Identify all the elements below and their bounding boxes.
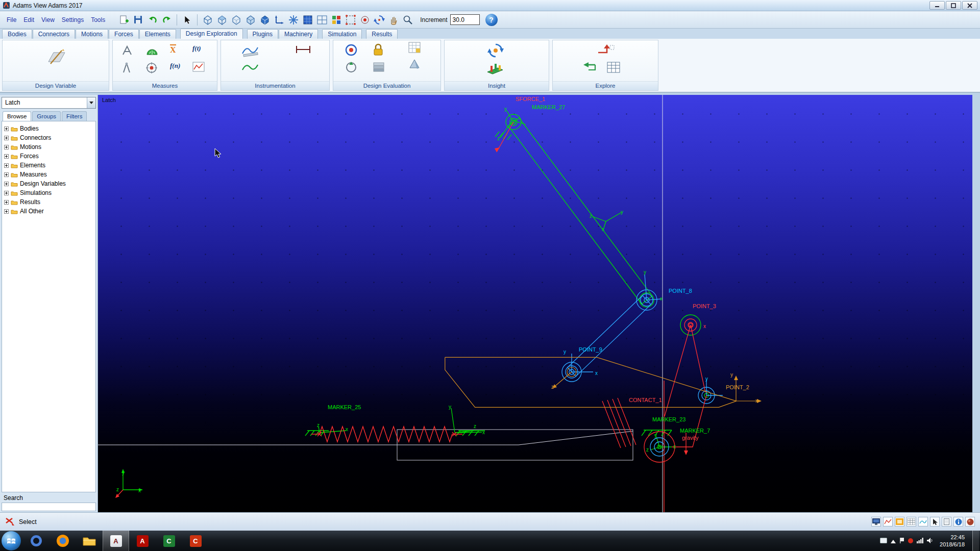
tray-hidden-icons-chevron[interactable]: [891, 536, 896, 545]
tree-item-results[interactable]: Results: [4, 197, 95, 207]
tree-item-design-variables[interactable]: Design Variables: [4, 179, 95, 188]
top-view-button[interactable]: [215, 13, 229, 27]
expand-plus-icon[interactable]: [4, 136, 9, 140]
status-page-icon[interactable]: [942, 517, 951, 527]
status-material-icon[interactable]: [965, 517, 975, 527]
tree-item-bodies[interactable]: Bodies: [4, 124, 95, 133]
measure-center-button[interactable]: [145, 62, 158, 74]
front-view-button[interactable]: [201, 13, 214, 27]
help-button[interactable]: ?: [485, 14, 498, 26]
search-input[interactable]: [2, 503, 96, 511]
tab-elements[interactable]: Elements: [139, 29, 176, 39]
expand-plus-icon[interactable]: [4, 172, 9, 177]
tray-volume-icon[interactable]: [927, 536, 933, 545]
iso-view-button[interactable]: [229, 13, 243, 27]
view-layout-button[interactable]: [315, 13, 329, 27]
tab-forces[interactable]: Forces: [109, 29, 139, 39]
tab-machinery[interactable]: Machinery: [279, 29, 318, 39]
undo-button[interactable]: [145, 13, 159, 27]
tray-network-icon[interactable]: [917, 536, 923, 545]
tab-bodies[interactable]: Bodies: [2, 29, 32, 39]
explore-table-button[interactable]: [607, 62, 620, 73]
expand-plus-icon[interactable]: [4, 209, 9, 214]
taskbar-app-pdf-reader[interactable]: A: [129, 531, 156, 551]
coordinate-axes-button[interactable]: [272, 13, 286, 27]
shaded-view-button[interactable]: [243, 13, 257, 27]
insight-run-button[interactable]: [487, 42, 504, 59]
status-display-icon[interactable]: [871, 517, 881, 527]
tab-filters[interactable]: Filters: [62, 111, 87, 121]
tree-item-measures[interactable]: Measures: [4, 170, 95, 179]
expand-plus-icon[interactable]: [4, 154, 9, 159]
design-study-button[interactable]: [345, 61, 358, 74]
menu-tools[interactable]: Tools: [87, 15, 109, 25]
increment-input[interactable]: [450, 14, 480, 25]
tree-item-elements[interactable]: Elements: [4, 161, 95, 170]
explore-export-button[interactable]: [597, 43, 615, 57]
maximize-button[interactable]: [946, 1, 961, 10]
dimension-button[interactable]: [295, 44, 312, 55]
new-model-button[interactable]: [117, 13, 131, 27]
zoom-button[interactable]: [401, 13, 414, 27]
tab-connectors[interactable]: Connectors: [33, 29, 75, 39]
status-highlight-icon[interactable]: [895, 517, 904, 527]
expand-plus-icon[interactable]: [4, 200, 9, 205]
insight-prism-button[interactable]: [408, 58, 421, 70]
tray-window-icon[interactable]: [880, 536, 887, 545]
viewport-3d[interactable]: Latch SFORCE_1 MARKER_27 POINT_8 POINT_3…: [98, 95, 972, 512]
design-objective-button[interactable]: [345, 43, 358, 57]
simulation-script-button[interactable]: [408, 41, 421, 54]
expand-plus-icon[interactable]: [4, 145, 9, 149]
expand-plus-icon[interactable]: [4, 182, 9, 186]
status-table-icon[interactable]: [906, 517, 916, 527]
function-solver-button[interactable]: f(n): [170, 62, 180, 70]
tree-item-connectors[interactable]: Connectors: [4, 133, 95, 142]
taskbar-app-launcher[interactable]: [23, 531, 50, 551]
status-plot-icon[interactable]: [883, 517, 893, 527]
tab-design-exploration[interactable]: Design Exploration: [180, 29, 243, 39]
explore-import-button[interactable]: [581, 62, 597, 73]
status-info-icon[interactable]: [953, 517, 963, 527]
measure-display-button[interactable]: [241, 62, 259, 73]
tree-item-simulations[interactable]: Simulations: [4, 188, 95, 197]
measure-point-button[interactable]: [121, 62, 132, 74]
pan-hand-button[interactable]: [386, 13, 400, 27]
center-marker-button[interactable]: [358, 13, 372, 27]
measure-chart-button[interactable]: [192, 62, 205, 72]
taskbar-clock[interactable]: 22:45 2018/6/18: [940, 534, 965, 548]
select-arrow-button[interactable]: [180, 13, 194, 27]
start-button[interactable]: [2, 531, 21, 550]
tab-browse[interactable]: Browse: [3, 111, 31, 121]
working-grid-button[interactable]: [301, 13, 314, 27]
fit-view-button[interactable]: [286, 13, 300, 27]
tree-item-all-other[interactable]: All Other: [4, 207, 95, 216]
measure-angle-button[interactable]: [145, 44, 159, 57]
model-dropdown-arrow-icon[interactable]: [87, 97, 95, 108]
expand-plus-icon[interactable]: [4, 191, 9, 195]
redo-button[interactable]: [160, 13, 174, 27]
tray-alert-icon[interactable]: [908, 536, 913, 545]
tab-simulation[interactable]: Simulation: [322, 29, 362, 39]
taskbar-app-red-c[interactable]: C: [182, 531, 209, 551]
tab-plugins[interactable]: Plugins: [247, 29, 278, 39]
tree-item-forces[interactable]: Forces: [4, 152, 95, 161]
function-measure-button[interactable]: f(t): [192, 44, 201, 53]
tray-security-flag-icon[interactable]: [899, 536, 904, 545]
menu-edit[interactable]: Edit: [20, 15, 38, 25]
measure-mean-button[interactable]: X: [170, 44, 176, 54]
measure-distance-button[interactable]: [121, 44, 133, 57]
show-desktop-button[interactable]: [972, 531, 979, 551]
doe-matrix-button[interactable]: [372, 61, 385, 73]
tab-groups[interactable]: Groups: [32, 111, 61, 121]
menu-settings[interactable]: Settings: [58, 15, 87, 25]
color-grid-button[interactable]: [329, 13, 343, 27]
menu-view[interactable]: View: [38, 15, 58, 25]
rotate-view-button[interactable]: [372, 13, 386, 27]
taskbar-app-explorer[interactable]: [76, 531, 103, 551]
expand-plus-icon[interactable]: [4, 127, 9, 131]
taskbar-app-green-c[interactable]: C: [156, 531, 182, 551]
close-button[interactable]: [962, 1, 977, 10]
model-dropdown[interactable]: Latch: [2, 97, 96, 109]
tree-item-motions[interactable]: Motions: [4, 142, 95, 152]
insight-results-button[interactable]: [486, 62, 504, 75]
